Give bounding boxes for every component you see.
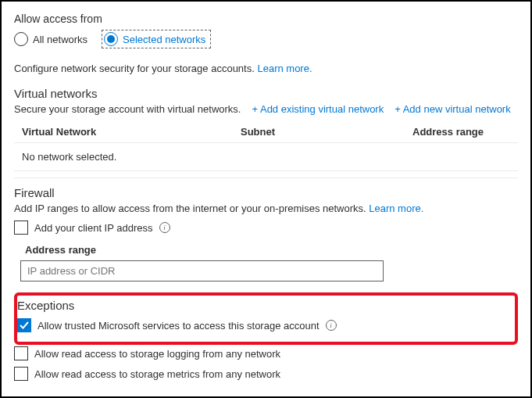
access-title: Allow access from [14, 13, 518, 25]
exception-logging-label: Allow read access to storage logging fro… [34, 348, 280, 360]
address-range-label: Address range [25, 244, 518, 256]
col-address-range: Address range [412, 126, 510, 138]
address-range-input[interactable] [20, 260, 384, 281]
firewall-title: Firewall [14, 186, 518, 199]
exceptions-title: Exceptions [17, 299, 510, 312]
vnet-title: Virtual networks [14, 87, 518, 100]
divider [14, 177, 518, 178]
col-virtual-network: Virtual Network [22, 126, 241, 138]
exception-trusted-row: Allow trusted Microsoft services to acce… [17, 317, 510, 334]
exception-metrics-label: Allow read access to storage metrics fro… [34, 368, 280, 380]
helper-text: Configure network security for your stor… [14, 63, 518, 74]
vnet-subrow: Secure your storage account with virtual… [14, 103, 518, 115]
radio-icon [14, 32, 28, 46]
exception-trusted-label: Allow trusted Microsoft services to acce… [37, 320, 320, 332]
vnet-subtext: Secure your storage account with virtual… [14, 103, 241, 115]
add-existing-vnet-link[interactable]: + Add existing virtual network [252, 103, 384, 115]
vnet-empty-row: No network selected. [14, 143, 518, 171]
firewall-learn-more-link[interactable]: Learn more. [369, 203, 423, 214]
add-new-vnet-link[interactable]: + Add new virtual network [395, 103, 511, 115]
vnet-table-head: Virtual Network Subnet Address range [14, 121, 518, 143]
add-client-ip-row: Add your client IP address i [14, 219, 518, 236]
radio-label: All networks [33, 34, 87, 45]
radio-selected-networks[interactable]: Selected networks [102, 30, 211, 48]
firewall-subtext: Add IP ranges to allow access from the i… [14, 203, 369, 214]
exceptions-callout: Exceptions Allow trusted Microsoft servi… [14, 292, 518, 345]
radio-icon [104, 32, 118, 46]
radio-label: Selected networks [123, 34, 205, 45]
checkbox-logging[interactable] [14, 346, 28, 360]
networking-panel: Allow access from All networks Selected … [0, 0, 532, 398]
firewall-subtext-row: Add IP ranges to allow access from the i… [14, 203, 518, 214]
exception-metrics-row: Allow read access to storage metrics fro… [14, 365, 518, 382]
learn-more-link[interactable]: Learn more. [257, 63, 312, 74]
helper-text-span: Configure network security for your stor… [14, 63, 257, 74]
checkbox-metrics[interactable] [14, 367, 28, 381]
exception-logging-row: Allow read access to storage logging fro… [14, 345, 518, 362]
col-subnet: Subnet [241, 126, 412, 138]
checkbox-add-client-ip[interactable] [14, 221, 28, 235]
info-icon[interactable]: i [326, 320, 337, 331]
checkbox-trusted-services[interactable] [17, 318, 31, 332]
info-icon[interactable]: i [159, 222, 170, 233]
add-client-ip-label: Add your client IP address [34, 222, 153, 234]
access-radio-group: All networks Selected networks [14, 30, 518, 48]
radio-all-networks[interactable]: All networks [14, 32, 87, 46]
vnet-table: Virtual Network Subnet Address range No … [14, 121, 518, 171]
